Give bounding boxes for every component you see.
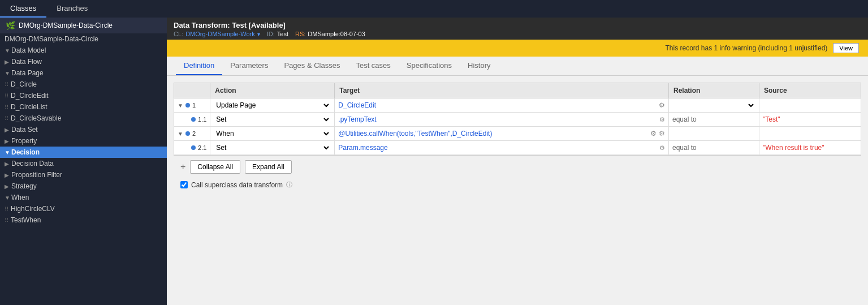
checkbox-row: Call superclass data transform ⓘ	[174, 178, 861, 191]
row-2-target-text[interactable]: @Utilities.callWhen(tools,"TestWhen",D_C…	[338, 130, 648, 138]
row-2-target-icon1[interactable]: ⚙	[650, 130, 657, 138]
sidebar-item-d-circle-edit[interactable]: ⠿ D_CircleEdit	[0, 90, 167, 101]
row-1-target-icon[interactable]: ⚙	[659, 101, 665, 109]
label-high-circle-clv: HighCircleCLV	[11, 205, 55, 213]
cl-dropdown-icon[interactable]: ▾	[257, 31, 260, 37]
sidebar-item-data-page[interactable]: ▼ Data Page	[0, 67, 167, 79]
sidebar-item-data-flow[interactable]: ▶ Data Flow	[0, 56, 167, 67]
view-button[interactable]: View	[833, 43, 859, 53]
superclass-label: Call superclass data transform	[191, 181, 283, 189]
row-11-target-icon[interactable]: ⚙	[659, 116, 665, 123]
toggle-property: ▶	[5, 138, 11, 144]
sidebar-item-data-set[interactable]: ▶ Data Set	[0, 124, 167, 135]
sidebar-item-strategy[interactable]: ▶ Strategy	[0, 181, 167, 192]
row-2-target: @Utilities.callWhen(tools,"TestWhen",D_C…	[335, 127, 669, 141]
sidebar-item-decision[interactable]: ▼ Decision	[0, 147, 167, 158]
data-table: Action Target Relation Source ▼	[174, 83, 861, 155]
row-21-relation-text: equal to	[672, 144, 697, 152]
header-meta: CL: DMOrg-DMSample-Work ▾ ID: Test RS: D…	[174, 31, 861, 40]
toggle-data-model: ▼	[5, 48, 11, 54]
label-decision: Decision	[11, 148, 40, 156]
tab-pages-classes[interactable]: Pages & Classes	[276, 57, 348, 75]
row-11-num: 1.1	[174, 113, 210, 127]
sidebar-item-d-circle[interactable]: ⠿ D_Circle	[0, 79, 167, 90]
row-21-action-select[interactable]: Set	[214, 143, 331, 152]
tab-parameters[interactable]: Parameters	[222, 57, 276, 75]
label-data-model: Data Model	[11, 46, 46, 54]
row-2-toggle[interactable]: ▼	[178, 131, 183, 137]
label-d-circle-savable: D_CircleSavable	[11, 114, 61, 122]
table-row: ▼ 1 Update Page	[174, 98, 861, 113]
drag-icon-d-circle-savable: ⠿	[5, 115, 8, 122]
row-21-target-icon[interactable]: ⚙	[659, 144, 665, 152]
table-row: 1.1 Set .pyTempText	[174, 113, 861, 127]
sidebar-item-high-circle-clv[interactable]: ⠿ HighCircleCLV	[0, 203, 167, 214]
table-container: Action Target Relation Source ▼	[167, 76, 868, 305]
table-row: 2.1 Set Param.message	[174, 141, 861, 155]
label-d-circle-list: D_CircleList	[11, 103, 47, 111]
superclass-checkbox[interactable]	[180, 181, 188, 188]
toggle-when: ▼	[5, 195, 11, 201]
toggle-decision: ▼	[5, 149, 11, 156]
row-1-relation-select[interactable]	[672, 101, 755, 110]
row-21-action: Set	[210, 141, 335, 155]
sidebar-item-proposition-filter[interactable]: ▶ Proposition Filter	[0, 169, 167, 181]
row-21-target-text[interactable]: Param.message	[338, 144, 657, 152]
tab-specifications[interactable]: Specifications	[399, 57, 460, 75]
add-button[interactable]: +	[180, 162, 185, 172]
sidebar-item-when[interactable]: ▼ When	[0, 192, 167, 203]
row-11-relation: equal to	[669, 113, 759, 127]
row-2-target-icon2[interactable]: ⚙	[659, 130, 665, 138]
sidebar-item-data-model[interactable]: ▼ Data Model	[0, 45, 167, 56]
tab-classes[interactable]: Classes	[0, 0, 46, 18]
sidebar-item-d-circle-savable[interactable]: ⠿ D_CircleSavable	[0, 113, 167, 124]
label-d-circle-edit: D_CircleEdit	[11, 92, 49, 100]
row-2-number: 2	[192, 130, 196, 137]
th-num	[174, 83, 210, 98]
row-21-controls: 2.1	[178, 144, 206, 151]
row-21-source-text: "When result is true"	[763, 144, 824, 152]
sidebar-item-test-when[interactable]: ⠿ TestWhen	[0, 214, 167, 226]
row-1-source	[759, 98, 861, 113]
sidebar-header-label: DMOrg-DMSample-Data-Circle	[19, 22, 113, 29]
tree-root-label[interactable]: DMOrg-DMSample-Data-Circle	[0, 33, 167, 45]
rs-label: RS:	[295, 31, 305, 37]
row-1-number: 1	[192, 102, 196, 109]
table-header-row: Action Target Relation Source	[174, 83, 861, 98]
label-strategy: Strategy	[11, 182, 37, 190]
bottom-bar: + Collapse All Expand All	[174, 155, 861, 178]
tab-branches[interactable]: Branches	[46, 0, 98, 18]
info-icon[interactable]: ⓘ	[286, 181, 292, 189]
tab-history[interactable]: History	[460, 57, 498, 75]
cl-value[interactable]: DMOrg-DMSample-Work	[185, 31, 255, 37]
row-2-target-cell: @Utilities.callWhen(tools,"TestWhen",D_C…	[338, 130, 665, 138]
th-action: Action	[210, 83, 335, 98]
row-11-target-text[interactable]: .pyTempText	[338, 115, 657, 123]
definition-tabs: Definition Parameters Pages & Classes Te…	[167, 57, 868, 76]
label-data-flow: Data Flow	[11, 58, 42, 66]
tree-root-text: DMOrg-DMSample-Data-Circle	[5, 35, 98, 43]
row-2-relation	[669, 127, 759, 141]
tab-test-cases[interactable]: Test cases	[348, 57, 398, 75]
tab-definition[interactable]: Definition	[176, 57, 222, 75]
drag-icon-d-circle: ⠿	[5, 81, 8, 88]
row-2-action-select[interactable]: When	[214, 129, 331, 138]
row-11-target-cell: .pyTempText ⚙	[338, 115, 665, 123]
expand-all-button[interactable]: Expand All	[245, 160, 292, 174]
id-label: ID:	[267, 31, 275, 37]
sidebar-item-d-circle-list[interactable]: ⠿ D_CircleList	[0, 101, 167, 113]
sidebar-header: 🌿 DMOrg-DMSample-Data-Circle	[0, 18, 167, 33]
row-1-target-text[interactable]: D_CircleEdit	[338, 101, 657, 109]
toggle-decision-data: ▶	[5, 161, 11, 167]
sidebar-item-property[interactable]: ▶ Property	[0, 135, 167, 147]
row-1-toggle[interactable]: ▼	[178, 102, 183, 109]
row-2-action: When	[210, 127, 335, 141]
row-1-num: ▼ 1	[174, 98, 210, 113]
collapse-all-button[interactable]: Collapse All	[190, 160, 240, 174]
row-21-source: "When result is true"	[759, 141, 861, 155]
row-1-action-select[interactable]: Update Page	[214, 101, 331, 110]
row-11-action-select[interactable]: Set	[214, 115, 331, 124]
sidebar-item-decision-data[interactable]: ▶ Decision Data	[0, 158, 167, 169]
drag-icon-d-circle-list: ⠿	[5, 104, 8, 110]
content-area: Data Transform: Test [Available] CL: DMO…	[167, 18, 868, 305]
